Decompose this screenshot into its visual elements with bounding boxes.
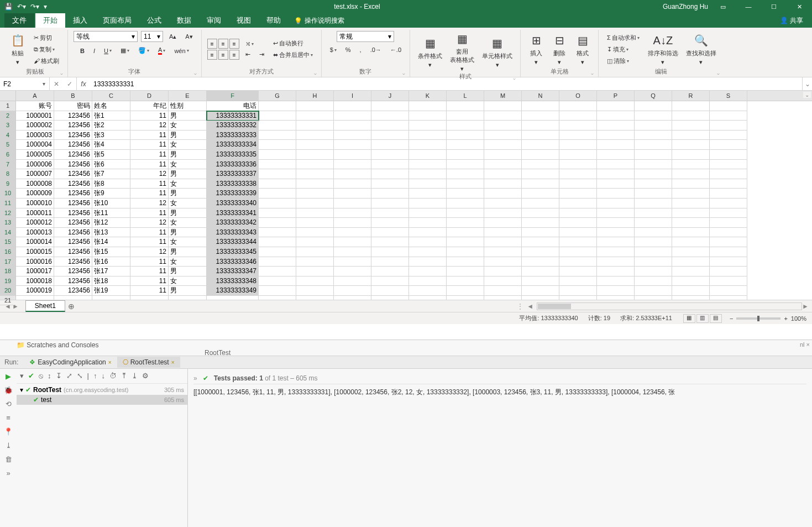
cell-G21[interactable] (259, 296, 296, 300)
cell-O1[interactable] (559, 101, 597, 111)
cell-I10[interactable] (334, 189, 371, 199)
col-header-F[interactable]: F (207, 91, 259, 101)
cell-M10[interactable] (484, 189, 522, 199)
add-sheet-icon[interactable]: ⊕ (65, 302, 77, 311)
row-header-20[interactable]: 20 (0, 286, 15, 296)
cells-insert-button[interactable]: ⊞插入▾ (526, 33, 546, 66)
cell-Q20[interactable] (635, 286, 672, 296)
cell-P16[interactable] (597, 247, 635, 257)
cell-C1[interactable]: 姓名 (92, 101, 130, 111)
cell-H18[interactable] (296, 267, 334, 276)
cell-P12[interactable] (597, 208, 635, 218)
cell-K12[interactable] (409, 208, 447, 218)
cell-F12[interactable]: 13333333341 (207, 208, 259, 218)
cell-B19[interactable]: 123456 (54, 276, 92, 286)
cell-P20[interactable] (597, 286, 635, 296)
cell-K3[interactable] (409, 121, 447, 131)
cell-E6[interactable]: 男 (169, 150, 207, 160)
cell-R18[interactable] (672, 267, 710, 276)
cell-C16[interactable]: 张15 (92, 247, 130, 257)
cell-J10[interactable] (371, 189, 409, 199)
paste-button[interactable]: 📋粘贴▾ (8, 33, 28, 66)
grow-font-icon[interactable]: A▴ (166, 32, 179, 41)
cell-I12[interactable] (334, 208, 371, 218)
col-header-K[interactable]: K (409, 91, 447, 101)
cell-G5[interactable] (259, 140, 296, 150)
cell-Q12[interactable] (635, 208, 672, 218)
cell-G13[interactable] (259, 218, 296, 228)
cell-C15[interactable]: 张14 (92, 237, 130, 247)
cell-R1[interactable] (672, 101, 710, 111)
cell-D7[interactable]: 11 (130, 160, 169, 170)
cell-O14[interactable] (559, 228, 597, 238)
cell-E18[interactable]: 男 (169, 267, 207, 276)
cell-R17[interactable] (672, 257, 710, 267)
cell-C17[interactable]: 张16 (92, 257, 130, 267)
font-color-button[interactable]: A▾ (155, 45, 168, 56)
cell-F21[interactable] (207, 296, 259, 300)
cell-L1[interactable] (447, 101, 484, 111)
cell-A15[interactable]: 1000014 (16, 237, 54, 247)
cell-S18[interactable] (710, 267, 747, 276)
tell-me[interactable]: 💡操作说明搜索 (289, 14, 350, 28)
cell-R14[interactable] (672, 228, 710, 238)
worksheet-grid[interactable]: 123456789101112131415161718192021 ABCDEF… (0, 91, 812, 300)
cell-L10[interactable] (447, 189, 484, 199)
cell-N8[interactable] (522, 169, 559, 179)
cell-M18[interactable] (484, 267, 522, 276)
cell-E14[interactable]: 男 (169, 228, 207, 238)
run-output[interactable]: » ✔ Tests passed: 1 of 1 test – 605 ms [… (188, 369, 812, 527)
cell-A12[interactable]: 1000011 (16, 208, 54, 218)
cell-M7[interactable] (484, 160, 522, 170)
cell-F7[interactable]: 13333333336 (207, 160, 259, 170)
hscroll-right-icon[interactable]: ► (802, 302, 809, 310)
cell-G4[interactable] (259, 131, 296, 140)
close-icon[interactable]: ✕ (787, 3, 812, 11)
cell-F6[interactable]: 13333333335 (207, 150, 259, 160)
cell-C4[interactable]: 张3 (92, 131, 130, 140)
cell-I14[interactable] (334, 228, 371, 238)
cell-I20[interactable] (334, 286, 371, 296)
cell-Q14[interactable] (635, 228, 672, 238)
cell-A5[interactable]: 1000004 (16, 140, 54, 150)
cell-S12[interactable] (710, 208, 747, 218)
cell-B7[interactable]: 123456 (54, 160, 92, 170)
row-header-3[interactable]: 3 (0, 121, 15, 131)
cell-S19[interactable] (710, 276, 747, 286)
cell-N3[interactable] (522, 121, 559, 131)
cell-M1[interactable] (484, 101, 522, 111)
cell-S1[interactable] (710, 101, 747, 111)
cell-L18[interactable] (447, 267, 484, 276)
cell-D8[interactable]: 12 (130, 169, 169, 179)
cell-F8[interactable]: 13333333337 (207, 169, 259, 179)
row-header-13[interactable]: 13 (0, 218, 15, 228)
cell-O15[interactable] (559, 237, 597, 247)
number-format[interactable]: 常规▾ (337, 31, 394, 42)
cell-D14[interactable]: 11 (130, 228, 169, 238)
cell-R6[interactable] (672, 150, 710, 160)
cell-B15[interactable]: 123456 (54, 237, 92, 247)
cell-Q1[interactable] (635, 101, 672, 111)
cell-P21[interactable] (597, 296, 635, 300)
cell-L12[interactable] (447, 208, 484, 218)
cell-O9[interactable] (559, 179, 597, 189)
cell-N10[interactable] (522, 189, 559, 199)
fill-color-button[interactable]: 🪣▾ (135, 46, 152, 55)
cell-F2[interactable]: 13333333331 (207, 111, 259, 121)
cell-I2[interactable] (334, 111, 371, 121)
autosum-button[interactable]: 自动求和▾ (604, 33, 642, 43)
cell-D10[interactable]: 11 (130, 189, 169, 199)
align-grid[interactable]: ≡≡≡≡≡≡ (207, 39, 239, 60)
cell-Q9[interactable] (635, 179, 672, 189)
cell-D18[interactable]: 11 (130, 267, 169, 276)
cell-D12[interactable]: 11 (130, 208, 169, 218)
cell-G2[interactable] (259, 111, 296, 121)
cell-H14[interactable] (296, 228, 334, 238)
redo-icon[interactable]: ↷▾ (30, 3, 39, 11)
import-icon[interactable]: ⤒ (121, 372, 127, 380)
cell-E10[interactable]: 男 (169, 189, 207, 199)
cell-J9[interactable] (371, 179, 409, 189)
cell-L8[interactable] (447, 169, 484, 179)
cell-R19[interactable] (672, 276, 710, 286)
cell-J3[interactable] (371, 121, 409, 131)
